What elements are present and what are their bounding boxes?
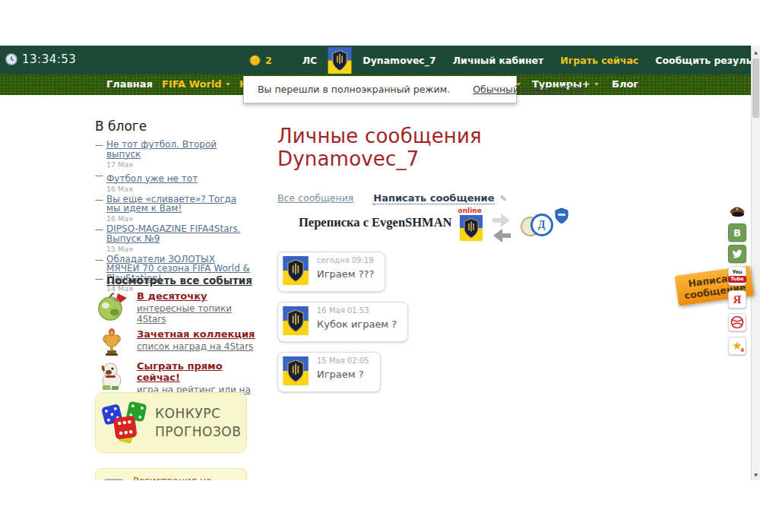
blog-post-link[interactable]: DIPSO-MAGAZINE FIFA4Stars. Выпуск №9 [106, 224, 251, 243]
dash-bullet: — [95, 195, 103, 204]
conversation-label: Переписка с EvgenSHMAN [299, 215, 452, 230]
blog-post-link[interactable]: Вы еще «сливаете»? Тогда мы идем к Вам! [106, 195, 251, 214]
scroll-down-button[interactable]: ▼ [752, 469, 760, 480]
blog-post-link[interactable]: Футбол уже не тот [106, 174, 198, 184]
dice-icon [99, 398, 149, 447]
message-text: Кубок играем ? [317, 318, 397, 330]
coin-icon [249, 55, 261, 66]
chevron-down-icon [226, 83, 230, 86]
ball-icon[interactable] [728, 313, 746, 331]
post-date: 16 Мая [106, 214, 251, 223]
scrollbar[interactable]: ▲ ▼ [751, 46, 760, 480]
message-card: 16 Мая 01:53 Кубок играем ? [277, 302, 408, 342]
post-date: 16 Мая [106, 185, 251, 193]
blog-post-list: — Не тот футбол. Второй выпуск 17 Мая — … [95, 140, 251, 294]
club-logos: Д [521, 211, 568, 241]
cabinet-link[interactable]: Личный кабинет [453, 55, 544, 66]
blog-post-link[interactable]: Не тот футбол. Второй выпуск [106, 140, 251, 159]
prediction-contest-banner[interactable]: КОНКУРС ПРОГНОЗОВ [95, 392, 247, 453]
avatar[interactable] [282, 306, 309, 335]
avatar[interactable] [282, 256, 309, 285]
server-time: 13:34:53 [5, 52, 76, 66]
promo-title-link[interactable]: Зачетная коллекция [137, 328, 255, 340]
promo-title-link[interactable]: Сыграть прямо сейчас! [137, 360, 257, 383]
time-value: 13:34:53 [22, 52, 76, 66]
all-events-row: — Посмотреть все события [95, 273, 255, 287]
promo-subtitle-link[interactable]: список наград на 4Stars [137, 341, 255, 352]
avatar[interactable] [282, 356, 309, 385]
clock-icon [5, 53, 17, 65]
list-item: — DIPSO-MAGAZINE FIFA4Stars. Выпуск №9 1… [95, 224, 251, 253]
contest-label-line2: ПРОГНОЗОВ [155, 423, 241, 441]
dash-bullet: — [95, 274, 103, 283]
promo-top-topics: В десяточку интересные топики 4Stars [93, 290, 257, 325]
yandex-icon[interactable]: Я [728, 290, 746, 309]
message-text: Играем ??? [317, 268, 374, 280]
conversation-nav-arrows[interactable] [490, 212, 513, 244]
nav-home[interactable]: Главная [106, 78, 153, 90]
message-time: 15 Мая 02:05 [317, 356, 369, 365]
blog-section-title: В блоге [95, 119, 147, 134]
post-date: 17 Мая [106, 160, 251, 169]
dash-bullet: — [95, 170, 103, 180]
list-item: — Вы еще «сливаете»? Тогда мы идем к Вам… [95, 195, 251, 223]
registration-label: Регистрация на турнир+ [133, 475, 246, 480]
dash-bullet: — [95, 255, 103, 264]
fourstars-icon[interactable]: ★ 4 [728, 337, 746, 355]
nav-blog[interactable]: Блог [612, 78, 638, 90]
tournament-registration-banner[interactable]: Регистрация на турнир+ [95, 468, 247, 480]
coin-balance[interactable]: 2 [249, 55, 272, 66]
all-events-link[interactable]: Посмотреть все события [106, 274, 252, 287]
fullscreen-notification: Вы перешли в полноэкранный режим. Обычны… [243, 76, 517, 103]
vk-icon[interactable]: В [728, 223, 746, 242]
exit-fullscreen-link[interactable]: Обычный режим (F11) [473, 84, 584, 95]
admin-cap-icon[interactable] [728, 201, 746, 220]
club-flag-badge[interactable] [328, 47, 352, 74]
conversation-header: Переписка с EvgenSHMAN online Д [299, 209, 612, 244]
write-message-link[interactable]: Написать сообщение [373, 192, 494, 204]
topbar-menu: 2 ЛС Dynamovec_7 Личный кабинет Играть с… [249, 46, 760, 74]
private-messages-link[interactable]: ЛС [302, 55, 318, 66]
scroll-up-button[interactable]: ▲ [752, 46, 760, 57]
message-actions: Все сообщения Написать сообщение ✎ [277, 190, 612, 204]
stadium-icon [103, 478, 124, 480]
opponent-flag-badge[interactable]: online [460, 215, 483, 241]
dash-bullet: — [95, 140, 103, 150]
online-status: online [458, 207, 482, 214]
username-link[interactable]: Dynamovec_7 [363, 55, 435, 66]
twitter-icon[interactable] [728, 245, 746, 263]
notification-text: Вы перешли в полноэкранный режим. [258, 84, 450, 95]
promo-subtitle-link[interactable]: интересные топики 4Stars [137, 303, 257, 325]
promo-collection: Зачетная коллекция список наград на 4Sta… [93, 328, 257, 357]
list-item: — Не тот футбол. Второй выпуск 17 Мая [95, 140, 251, 169]
youtube-icon[interactable]: You Tube [728, 266, 746, 286]
apple-dart-icon [93, 290, 130, 322]
message-list: сегодня 09:19 Играем ??? 16 Мая 01:53 Ку… [277, 252, 612, 392]
dynamo-logo[interactable]: Д [530, 214, 553, 236]
browser-viewport: 13:34:53 2 ЛС Dynamovec_7 Личный кабинет… [0, 46, 760, 480]
topbar: 13:34:53 2 ЛС Dynamovec_7 Личный кабинет… [0, 46, 751, 74]
all-messages-link[interactable]: Все сообщения [277, 192, 353, 204]
nav-fifa-world[interactable]: FIFA World [162, 78, 230, 90]
scrollbar-thumb[interactable] [752, 59, 759, 118]
league-shield-icon [554, 207, 569, 224]
coin-count: 2 [265, 55, 272, 66]
page-title: Личные сообщения Dynamovec_7 [277, 125, 612, 170]
promo-title-link[interactable]: В десяточку [137, 290, 257, 302]
pencil-icon: ✎ [500, 194, 507, 204]
message-time: сегодня 09:19 [317, 256, 374, 264]
message-text: Играем ? [317, 369, 369, 380]
dog-icon [93, 360, 130, 392]
play-now-link[interactable]: Играть сейчас [560, 55, 638, 66]
chevron-down-icon [594, 83, 599, 86]
dash-bullet: — [95, 224, 103, 234]
list-item: — Футбол уже не тот 16 Мая [95, 170, 251, 193]
trophy-icon [93, 328, 130, 357]
message-card: 15 Мая 02:05 Играем ? [277, 352, 381, 392]
contest-label-line1: КОНКУРС [155, 404, 241, 423]
message-time: 16 Мая 01:53 [317, 306, 397, 315]
post-date: 15 Мая [106, 245, 251, 253]
message-card: сегодня 09:19 Играем ??? [277, 252, 385, 292]
main-content: Личные сообщения Dynamovec_7 Все сообщен… [277, 125, 612, 392]
report-result-link[interactable]: Сообщить результат [655, 55, 760, 66]
